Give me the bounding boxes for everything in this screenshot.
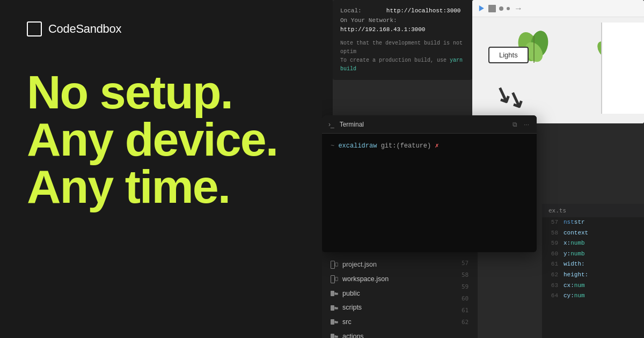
code-cx-type: num [574, 281, 585, 291]
ln-62: 62 [546, 270, 558, 280]
code-line-63: 63 cx: num [542, 281, 644, 291]
code-cy: cy: [564, 291, 574, 301]
line-numbers: 57 58 59 60 61 62 [462, 258, 478, 338]
folder-name-scripts: scripts [342, 303, 362, 313]
code-line-64: 64 cy: num [542, 291, 644, 302]
terminal-tilde: ~ [331, 142, 334, 150]
code-y-type: numb [570, 249, 584, 259]
folder-item-public[interactable]: public [322, 286, 462, 301]
dev-server-output: Local: http://localhost:3000 On Your Net… [340, 6, 465, 74]
hero-line1: No setup. [27, 69, 306, 116]
ln-59: 59 [546, 239, 558, 248]
network-url: http://192.168.43.1:3000 [340, 26, 425, 33]
hero-line2: Any device. [27, 116, 306, 163]
ln59: 59 [462, 281, 478, 293]
logo-icon [27, 21, 42, 36]
file-tree-panel: project.json workspace.json public [322, 252, 478, 338]
ln-64: 64 [546, 291, 558, 301]
file-icon-workspace [331, 275, 338, 283]
code-y: y: [564, 249, 570, 259]
code-str: str [574, 218, 585, 227]
folder-icon-actions [331, 333, 338, 338]
dev-note2: To create a production build, use yarn b… [340, 56, 465, 74]
code-const: nst [564, 218, 574, 227]
dev-note1: Note that the development build is not o… [340, 39, 465, 56]
local-label: Local: [340, 8, 362, 14]
arrow-decoration: ↘↘ [491, 82, 525, 111]
folder-item-actions[interactable]: actions [322, 329, 462, 338]
ln60: 60 [462, 293, 478, 305]
code-line-62: 62 height: [542, 270, 644, 281]
ln-61: 61 [546, 260, 558, 269]
code-line-57: 57 nst str [542, 217, 644, 228]
ln61: 61 [462, 305, 478, 317]
folder-name-actions: actions [342, 332, 364, 338]
terminal-prompt-icon: ›_ [328, 121, 334, 128]
network-label: On Your Network: [340, 17, 397, 24]
file-name-project: project.json [342, 260, 377, 270]
terminal-prompt-line: ~ excalidraw git:(feature) ✗ [331, 141, 528, 151]
hero-line3: Any time. [27, 163, 306, 210]
file-icon-project [331, 261, 338, 268]
logo-area: CodeSandbox [27, 21, 306, 36]
folder-item-src[interactable]: src [322, 315, 462, 329]
ln-60: 60 [546, 249, 558, 259]
file-tree-content: project.json workspace.json public [322, 258, 478, 338]
white-card [601, 23, 644, 114]
ln-63: 63 [546, 281, 558, 291]
hero-section: CodeSandbox No setup. Any device. Any ti… [0, 0, 333, 338]
code-line-58: 58 context [542, 228, 644, 239]
design-toolbar: → [472, 0, 644, 17]
folder-icon-public [331, 290, 338, 297]
code-line-60: 60 y: numb [542, 249, 644, 260]
terminal-actions: ⧉ ··· [511, 121, 530, 128]
code-x: x: [564, 239, 570, 248]
code-line-59: 59 x: numb [542, 238, 644, 249]
code-width: width: [564, 260, 585, 269]
code-cy-type: num [574, 291, 585, 301]
ln57: 57 [462, 258, 478, 269]
code-panel: ex.ts 57 nst str 58 context 59 x: numb 6… [542, 204, 644, 338]
code-height: height: [564, 270, 588, 280]
code-x-type: numb [570, 239, 584, 248]
local-url: http://localhost:3000 [386, 8, 461, 14]
file-name-workspace: workspace.json [342, 274, 389, 284]
file-item-workspace-json[interactable]: workspace.json [322, 272, 462, 286]
code-context: context [564, 229, 588, 238]
file-list: project.json workspace.json public [322, 258, 462, 338]
terminal-titlebar: ›_ Terminal ⧉ ··· [322, 115, 537, 134]
terminal-body: ~ excalidraw git:(feature) ✗ [322, 134, 537, 158]
terminal-branch: git:(feature) [381, 142, 435, 150]
folder-name-public: public [342, 289, 360, 299]
design-panel: → Lights ↘↘ [472, 0, 644, 123]
dot2-icon [507, 7, 510, 10]
dot-icon[interactable] [499, 6, 503, 11]
logo-text: CodeSandbox [48, 22, 121, 36]
terminal-expand-btn[interactable]: ⧉ [511, 121, 518, 128]
hero-text: No setup. Any device. Any time. [27, 69, 306, 210]
lights-button[interactable]: Lights [488, 47, 529, 63]
terminal-panel: ›_ Terminal ⧉ ··· ~ excalidraw git:(feat… [322, 115, 537, 252]
terminal-title: Terminal [340, 121, 507, 128]
file-item-project-json[interactable]: project.json [322, 258, 462, 272]
folder-item-scripts[interactable]: scripts [322, 300, 462, 315]
code-panel-header: ex.ts [542, 204, 644, 217]
right-panel: Local: http://localhost:3000 On Your Net… [322, 0, 644, 338]
folder-name-src: src [342, 317, 352, 327]
terminal-more-btn[interactable]: ··· [523, 121, 530, 128]
svg-rect-8 [335, 263, 338, 266]
play-icon[interactable] [478, 5, 485, 12]
code-line-61: 61 width: [542, 259, 644, 270]
design-canvas: Lights ↘↘ [472, 17, 644, 123]
terminal-dir: excalidraw [338, 142, 377, 150]
code-cx: cx: [564, 281, 574, 291]
ln58: 58 [462, 269, 478, 281]
terminal-x-mark: ✗ [435, 142, 438, 150]
folder-icon-src [331, 318, 338, 326]
ln-58: 58 [546, 229, 558, 238]
dev-server-panel: Local: http://localhost:3000 On Your Net… [333, 0, 472, 80]
ln62: 62 [462, 317, 478, 328]
folder-icon-scripts [331, 304, 338, 312]
square-icon[interactable] [488, 5, 496, 12]
ln-57: 57 [546, 218, 558, 227]
